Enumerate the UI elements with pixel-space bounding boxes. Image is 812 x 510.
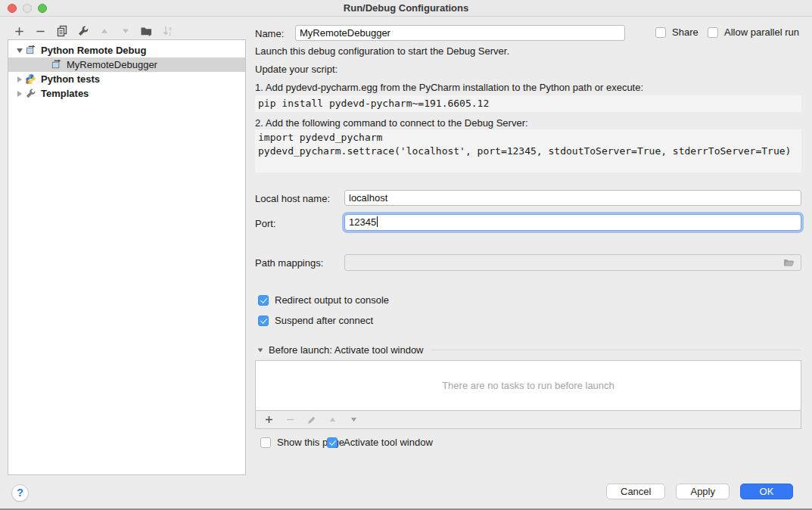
chevron-right-icon[interactable] [17, 91, 22, 97]
allow-parallel-checkbox-row: Allow parallel run [708, 26, 799, 38]
instruction-step-1: 1. Add pydevd-pycharm.egg from the PyCha… [255, 82, 643, 93]
browse-folder-icon[interactable] [782, 257, 795, 269]
apply-button[interactable]: Apply [676, 484, 730, 499]
tree-item-python-remote-debug[interactable]: Python Remote Debug [8, 43, 245, 58]
before-launch-title: Before launch: Activate tool window [269, 344, 424, 356]
tree-item-label: Python tests [41, 73, 100, 85]
suspend-after-connect-label: Suspend after connect [275, 315, 373, 326]
add-configuration-button[interactable] [13, 25, 26, 38]
chevron-down-icon[interactable] [258, 348, 263, 352]
edit-configuration-button[interactable] [76, 25, 89, 38]
ok-button[interactable]: OK [740, 484, 793, 499]
move-down-button[interactable] [119, 25, 132, 38]
python-tests-icon [25, 73, 38, 86]
minimize-window-button[interactable] [23, 4, 32, 13]
instruction-line-2: Update your script: [255, 64, 338, 75]
edit-task-button[interactable] [305, 413, 318, 426]
remove-icon [35, 26, 46, 37]
move-up-icon [328, 415, 338, 424]
add-icon [264, 415, 274, 424]
copy-configuration-button[interactable] [55, 25, 68, 38]
before-launch-tasks-panel[interactable]: There are no tasks to run before launch [255, 360, 801, 411]
remote-debug-icon [51, 59, 64, 71]
path-mappings-label: Path mappings: [255, 257, 323, 269]
configurations-tree: Python Remote Debug MyRemoteDebugger [8, 39, 246, 475]
chevron-right-icon[interactable] [17, 76, 22, 82]
pencil-icon [306, 415, 317, 425]
show-this-page-checkbox[interactable] [260, 437, 271, 448]
move-up-icon [99, 26, 110, 36]
remove-task-button[interactable] [284, 413, 297, 426]
port-label: Port: [255, 218, 275, 229]
tree-item-myremotedebugger[interactable]: MyRemoteDebugger [8, 58, 245, 72]
remove-icon [285, 415, 295, 424]
name-label: Name: [255, 28, 284, 39]
settrace-code: import pydevd_pycharm pydevd_pycharm.set… [255, 129, 801, 173]
share-checkbox-row: Share [655, 26, 698, 38]
sort-configurations-button[interactable]: a z [161, 25, 174, 38]
move-task-up-button[interactable] [326, 413, 339, 426]
activate-tool-window-label: Activate tool window [344, 437, 433, 448]
configurations-toolbar: a z [13, 24, 174, 38]
suspend-after-connect-row: Suspend after connect [258, 315, 373, 326]
redirect-output-checkbox[interactable] [258, 295, 269, 306]
move-task-down-button[interactable] [347, 413, 360, 426]
tree-item-label: Templates [41, 88, 89, 99]
close-window-button[interactable] [8, 4, 17, 13]
move-down-icon [349, 415, 359, 424]
local-host-name-input[interactable] [344, 190, 801, 206]
window-title: Run/Debug Configurations [344, 2, 468, 14]
port-input[interactable]: 12345 [344, 214, 801, 231]
tree-item-python-tests[interactable]: Python tests [8, 72, 245, 86]
section-divider [431, 350, 801, 350]
zoom-window-button[interactable] [38, 4, 47, 13]
wrench-icon [25, 88, 38, 100]
no-tasks-message: There are no tasks to run before launch [442, 380, 614, 391]
port-value: 12345 [349, 216, 376, 228]
copy-icon [56, 25, 68, 37]
activate-tool-window-row: Activate tool window [327, 437, 433, 448]
before-launch-toolbar [255, 411, 801, 429]
tree-item-label: MyRemoteDebugger [67, 59, 157, 70]
activate-tool-window-checkbox[interactable] [327, 437, 338, 448]
tree-item-templates[interactable]: Templates [8, 86, 245, 101]
chevron-down-icon[interactable] [17, 48, 23, 53]
run-debug-configurations-dialog: Run/Debug Configurations [0, 0, 812, 510]
pip-install-code: pip install pydevd-pycharm~=191.6605.12 [255, 95, 801, 112]
svg-text:z: z [169, 31, 171, 36]
add-task-button[interactable] [263, 413, 275, 426]
move-down-icon [120, 26, 131, 36]
wrench-icon [77, 25, 89, 37]
code-line: pydevd_pycharm.settrace('localhost', por… [258, 145, 798, 158]
text-caret [377, 216, 378, 227]
instruction-line-1: Launch this debug configuration to start… [255, 45, 509, 57]
new-folder-icon [140, 25, 153, 37]
code-line: pip install pydevd-pycharm~=191.6605.12 [258, 97, 798, 110]
suspend-after-connect-checkbox[interactable] [258, 316, 269, 326]
remove-configuration-button[interactable] [34, 25, 47, 38]
redirect-output-row: Redirect output to console [258, 294, 389, 306]
instruction-step-2: 2. Add the following command to connect … [255, 117, 528, 129]
add-icon [14, 26, 25, 37]
redirect-output-label: Redirect output to console [275, 294, 389, 306]
question-mark-icon: ? [17, 487, 23, 499]
before-launch-header[interactable]: Before launch: Activate tool window [257, 344, 801, 356]
allow-parallel-run-label: Allow parallel run [724, 26, 799, 38]
dialog-buttons: Cancel Apply OK [606, 484, 793, 499]
code-line: import pydevd_pycharm [258, 131, 798, 145]
path-mappings-input[interactable] [344, 254, 801, 271]
tree-item-label: Python Remote Debug [41, 45, 146, 56]
local-host-name-label: Local host name: [255, 193, 330, 204]
help-button[interactable]: ? [11, 484, 29, 502]
share-checkbox[interactable] [655, 27, 666, 38]
name-input[interactable] [295, 25, 625, 41]
sort-alphabetically-icon: a z [162, 25, 174, 37]
share-label: Share [672, 26, 698, 38]
cancel-button[interactable]: Cancel [606, 484, 665, 499]
allow-parallel-run-checkbox[interactable] [708, 27, 718, 38]
move-up-button[interactable] [98, 25, 110, 38]
new-folder-button[interactable] [140, 25, 153, 38]
remote-debug-icon [25, 45, 38, 57]
title-bar[interactable]: Run/Debug Configurations [0, 0, 812, 17]
svg-text:a: a [169, 26, 172, 31]
